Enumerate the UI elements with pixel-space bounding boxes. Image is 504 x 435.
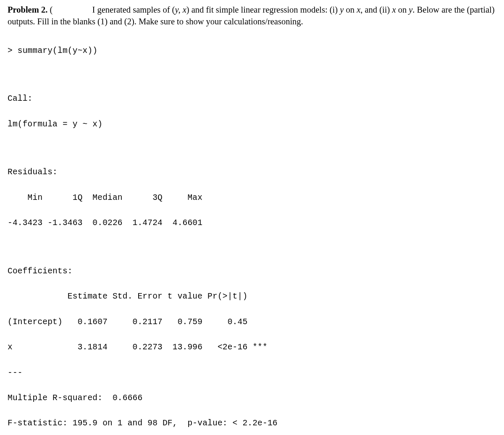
resid-head-1: Min 1Q Median 3Q Max	[8, 191, 496, 204]
lparen-gap: (	[47, 5, 52, 14]
intro-part-1: I generated samples of (	[92, 5, 175, 14]
call-line-1: lm(formula = y ~ x)	[8, 118, 496, 131]
cmd-summary-1: > summary(lm(y~x))	[8, 45, 496, 57]
coef-row1-1: (Intercept) 0.1607 0.2117 0.759 0.45	[8, 316, 496, 328]
dash-1: ---	[8, 367, 496, 379]
intro-part-4: , and (ii)	[360, 5, 392, 14]
coef-label-1: Coefficients:	[8, 265, 496, 278]
call-label-1: Call:	[8, 92, 496, 105]
var-x-1: x	[357, 5, 360, 14]
problem-label: Problem 2.	[8, 5, 47, 14]
var-x-2: x	[392, 5, 396, 14]
coef-row2-1: x 3.1814 0.2273 13.996 <2e-16 ***	[8, 341, 496, 354]
var-yx: y, x	[175, 5, 186, 14]
coef-head-1: Estimate Std. Error t value Pr(>|t|)	[8, 290, 496, 303]
r2-1: Multiple R-squared: 0.6666	[8, 392, 496, 404]
resid-vals-1: -4.3423 -1.3463 0.0226 1.4724 4.6601	[8, 217, 496, 229]
intro-part-5: on	[396, 5, 409, 14]
var-y-1: y	[340, 5, 344, 14]
problem-header: Problem 2. ( I generated samples of (y, …	[8, 4, 496, 27]
model-1-output: > summary(lm(y~x)) Call: lm(formula = y …	[8, 31, 496, 435]
intro-part-2: ) and fit simple linear regression model…	[186, 5, 340, 14]
intro-part-3: on	[344, 5, 357, 14]
fstat-1: F-statistic: 195.9 on 1 and 98 DF, p-val…	[8, 417, 496, 430]
var-y-2: y	[409, 5, 412, 14]
resid-label-1: Residuals:	[8, 166, 496, 178]
